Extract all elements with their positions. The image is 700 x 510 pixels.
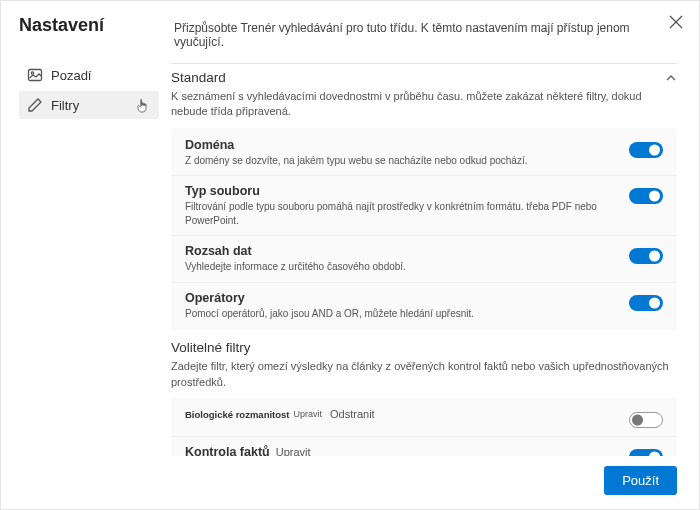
sidebar: Pozadí Filtry: [19, 57, 159, 456]
sidebar-item-label: Filtry: [51, 98, 79, 113]
toggle-operators[interactable]: [629, 295, 663, 311]
dialog-footer: Použít: [1, 456, 699, 509]
filter-title: Kontrola faktů Upravit: [185, 445, 619, 456]
sidebar-item-background[interactable]: Pozadí: [19, 61, 159, 89]
section-label: Standard: [171, 70, 226, 85]
sidebar-item-filters[interactable]: Filtry: [19, 91, 159, 119]
filter-title: Doména: [185, 138, 619, 152]
optional-filters: Biologické rozmanitost Upravit Odstranit…: [171, 398, 677, 456]
apply-button[interactable]: Použít: [604, 466, 677, 495]
section-optional-desc: Zadejte filtr, který omezí výsledky na č…: [171, 359, 677, 390]
section-label: Volitelné filtry: [171, 340, 251, 355]
toggle-factcheck[interactable]: [629, 449, 663, 456]
toggle-biodiversity[interactable]: [629, 412, 663, 428]
remove-link[interactable]: Odstranit: [330, 408, 375, 420]
filter-row-daterange: Rozsah dat Vyhledejte informace z určité…: [171, 236, 677, 283]
divider: [171, 63, 677, 64]
filter-title: Typ souboru: [185, 184, 619, 198]
cursor-hand-icon: [135, 97, 151, 115]
filter-row-filetype: Typ souboru Filtrování podle typu soubor…: [171, 176, 677, 236]
close-icon: [669, 15, 683, 29]
edit-link[interactable]: Upravit: [276, 446, 311, 456]
filter-title: Rozsah dat: [185, 244, 619, 258]
filter-desc: Z domény se dozvíte, na jakém typu webu …: [185, 154, 619, 168]
pencil-icon: [27, 97, 43, 113]
section-standard-desc: K seznámení s vyhledávacími dovednostmi …: [171, 89, 677, 120]
svg-point-3: [31, 72, 33, 74]
filter-row-operators: Operátory Pomocí operátorů, jako jsou AN…: [171, 283, 677, 329]
chevron-up-icon[interactable]: [665, 72, 677, 84]
filter-desc: Vyhledejte informace z určitého časového…: [185, 260, 619, 274]
settings-dialog: Nastavení Přizpůsobte Trenér vyhledávání…: [0, 0, 700, 510]
filter-title: Biologické rozmanitost Upravit Odstranit: [185, 408, 619, 420]
toggle-daterange[interactable]: [629, 248, 663, 264]
filter-row-factcheck: Kontrola faktů Upravit Zjistěte, co o va…: [171, 437, 677, 456]
filter-title: Operátory: [185, 291, 619, 305]
image-icon: [27, 67, 43, 83]
standard-filters: Doména Z domény se dozvíte, na jakém typ…: [171, 128, 677, 331]
close-button[interactable]: [669, 15, 685, 31]
filter-row-domain: Doména Z domény se dozvíte, na jakém typ…: [171, 130, 677, 177]
dialog-subtitle: Přizpůsobte Trenér vyhledávání pro tuto …: [174, 17, 683, 49]
toggle-domain[interactable]: [629, 142, 663, 158]
dialog-title: Nastavení: [19, 15, 174, 36]
filter-desc: Filtrování podle typu souboru pomáhá naj…: [185, 200, 619, 227]
content-scroll[interactable]: Standard K seznámení s vyhledávacími dov…: [159, 57, 699, 456]
dialog-header: Nastavení Přizpůsobte Trenér vyhledávání…: [1, 1, 699, 57]
section-standard-title: Standard: [171, 70, 677, 85]
filter-desc: Pomocí operátorů, jako jsou AND a OR, mů…: [185, 307, 619, 321]
section-optional-title: Volitelné filtry: [171, 340, 677, 355]
toggle-filetype[interactable]: [629, 188, 663, 204]
filter-row-biodiversity: Biologické rozmanitost Upravit Odstranit: [171, 400, 677, 437]
edit-link[interactable]: Upravit: [294, 409, 323, 419]
sidebar-item-label: Pozadí: [51, 68, 91, 83]
